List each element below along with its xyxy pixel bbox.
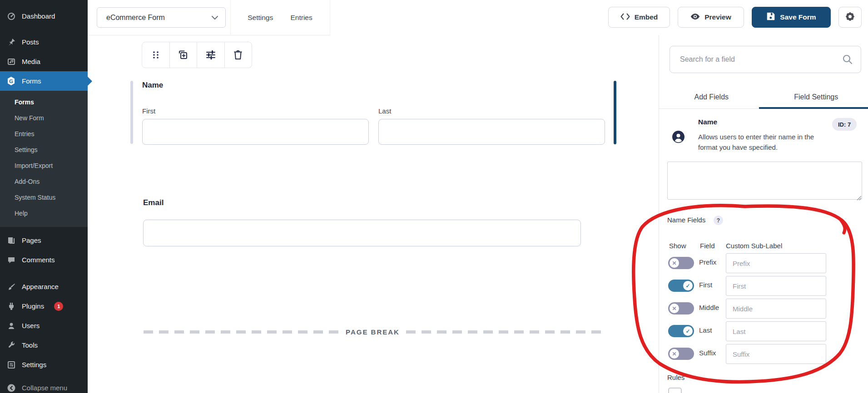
- sidebar-item-label: Plugins: [22, 302, 44, 310]
- submenu-item-entries[interactable]: Entries: [0, 126, 88, 142]
- selected-field-left-bar: [130, 81, 133, 144]
- active-tab-underline: [759, 107, 868, 109]
- wp-admin-sidebar: Dashboard Posts Media G Forms Forms New …: [0, 0, 88, 393]
- plugin-icon: [6, 301, 16, 311]
- tab-add-fields[interactable]: Add Fields: [659, 85, 764, 108]
- floppy-disk-icon: [766, 12, 775, 23]
- field-toolbox: [142, 42, 252, 68]
- delete-field-button[interactable]: [224, 42, 252, 68]
- sidebar-item-label: Settings: [22, 361, 46, 368]
- last-sublabel-input[interactable]: [726, 321, 826, 341]
- name-last-sublabel: Last: [378, 107, 391, 115]
- tab-entries[interactable]: Entries: [290, 14, 312, 22]
- collapse-arrow-icon: [6, 383, 16, 393]
- sidebar-item-label: Media: [22, 58, 40, 65]
- row-label: Middle: [699, 304, 719, 311]
- prefix-toggle[interactable]: ✕: [668, 257, 694, 269]
- gear-icon: [845, 11, 855, 24]
- sidebar-item-label: Posts: [22, 38, 39, 46]
- sidebar-item-forms[interactable]: G Forms: [0, 71, 88, 91]
- toggle-knob: ✓: [683, 281, 693, 290]
- field-settings-button[interactable]: [197, 42, 224, 68]
- submenu-item-add-ons[interactable]: Add-Ons: [0, 174, 88, 190]
- search-icon: [842, 54, 853, 67]
- tab-field-settings[interactable]: Field Settings: [764, 85, 868, 108]
- column-header-show: Show: [669, 242, 686, 250]
- first-sublabel-input[interactable]: [726, 276, 826, 296]
- page-break-dash-left: [144, 330, 339, 334]
- page-break-field[interactable]: PAGE BREAK: [144, 328, 602, 336]
- sidebar-item-settings[interactable]: Settings: [0, 355, 88, 374]
- sidebar-item-posts[interactable]: Posts: [0, 32, 88, 52]
- embed-button[interactable]: Embed: [608, 7, 670, 28]
- suffix-toggle[interactable]: ✕: [668, 348, 694, 360]
- sidebar-item-dashboard[interactable]: Dashboard: [0, 6, 88, 26]
- page-break-label: PAGE BREAK: [346, 328, 400, 336]
- middle-sublabel-input[interactable]: [726, 299, 826, 319]
- settings-sliders-icon: [6, 360, 16, 369]
- toggle-knob: ✕: [670, 258, 679, 268]
- toolbar-actions: Embed Preview Save Form: [608, 7, 862, 28]
- sidebar-item-label: Collapse menu: [22, 384, 67, 392]
- name-field-row-first: ✓ First: [659, 275, 868, 298]
- sidebar-item-tools[interactable]: Tools: [0, 335, 88, 355]
- submenu-item-new-form[interactable]: New Form: [0, 110, 88, 126]
- gravity-forms-icon: G: [6, 76, 16, 86]
- preview-button[interactable]: Preview: [678, 7, 744, 28]
- sidebar-item-plugins[interactable]: Plugins 1: [0, 296, 88, 316]
- editor-settings-gear-button[interactable]: [838, 7, 862, 28]
- embed-button-label: Embed: [635, 13, 658, 21]
- form-switcher-dropdown[interactable]: eCommerce Form: [97, 7, 226, 28]
- wrench-icon: [6, 340, 16, 350]
- field-settings-panel: Add Fields Field Settings Name ID: 7 All…: [659, 35, 868, 393]
- name-field-row-prefix: ✕ Prefix: [659, 252, 868, 275]
- middle-toggle[interactable]: ✕: [668, 302, 694, 314]
- duplicate-field-button[interactable]: [169, 42, 197, 68]
- submenu-item-import-export[interactable]: Import/Export: [0, 158, 88, 174]
- sidebar-item-users[interactable]: Users: [0, 316, 88, 335]
- search-input[interactable]: [670, 46, 861, 73]
- submenu-item-forms[interactable]: Forms: [0, 94, 88, 110]
- form-switcher-value: eCommerce Form: [106, 14, 165, 22]
- sidebar-item-comments[interactable]: Comments: [0, 250, 88, 270]
- row-label: Prefix: [699, 258, 716, 266]
- sidebar-collapse-menu[interactable]: Collapse menu: [0, 378, 88, 393]
- prefix-sublabel-input[interactable]: [726, 253, 826, 273]
- sidebar-item-label: Comments: [22, 256, 55, 264]
- email-field-label: Email: [143, 198, 164, 207]
- name-fields-section-label: Name Fields: [667, 216, 705, 224]
- tab-settings[interactable]: Settings: [248, 14, 273, 22]
- row-label: First: [699, 281, 712, 289]
- name-field-type-icon: [672, 131, 684, 145]
- column-header-field: Field: [700, 242, 715, 250]
- last-toggle[interactable]: ✓: [668, 325, 694, 337]
- selected-field-right-bar: [614, 81, 616, 144]
- name-field-row-suffix: ✕ Suffix: [659, 343, 868, 366]
- save-form-button[interactable]: Save Form: [752, 7, 831, 28]
- sidebar-item-label: Forms: [22, 77, 41, 85]
- rules-checkbox[interactable]: [668, 388, 682, 393]
- sidebar-item-media[interactable]: Media: [0, 52, 88, 71]
- drag-handle[interactable]: [142, 42, 169, 68]
- submenu-item-settings[interactable]: Settings: [0, 142, 88, 158]
- first-toggle[interactable]: ✓: [668, 280, 694, 292]
- name-first-input[interactable]: [142, 119, 369, 145]
- field-settings-title: Name: [698, 118, 717, 126]
- submenu-item-help[interactable]: Help: [0, 206, 88, 221]
- sidebar-item-appearance[interactable]: Appearance: [0, 277, 88, 296]
- name-last-input[interactable]: [378, 119, 605, 145]
- help-tooltip-icon[interactable]: ?: [714, 216, 723, 225]
- sidebar-item-pages[interactable]: Pages: [0, 231, 88, 250]
- field-label-textarea[interactable]: [667, 162, 862, 200]
- sidebar-item-label: Tools: [22, 341, 38, 349]
- sidebar-item-label: Dashboard: [22, 12, 55, 20]
- save-button-label: Save Form: [780, 13, 816, 21]
- pages-icon: [6, 236, 16, 245]
- sidebar-item-label: Users: [22, 322, 40, 329]
- code-icon: [620, 13, 630, 22]
- submenu-item-system-status[interactable]: System Status: [0, 190, 88, 206]
- row-label: Last: [699, 326, 712, 334]
- suffix-sublabel-input[interactable]: [726, 344, 826, 364]
- email-input[interactable]: [143, 220, 581, 246]
- eye-icon: [690, 13, 700, 22]
